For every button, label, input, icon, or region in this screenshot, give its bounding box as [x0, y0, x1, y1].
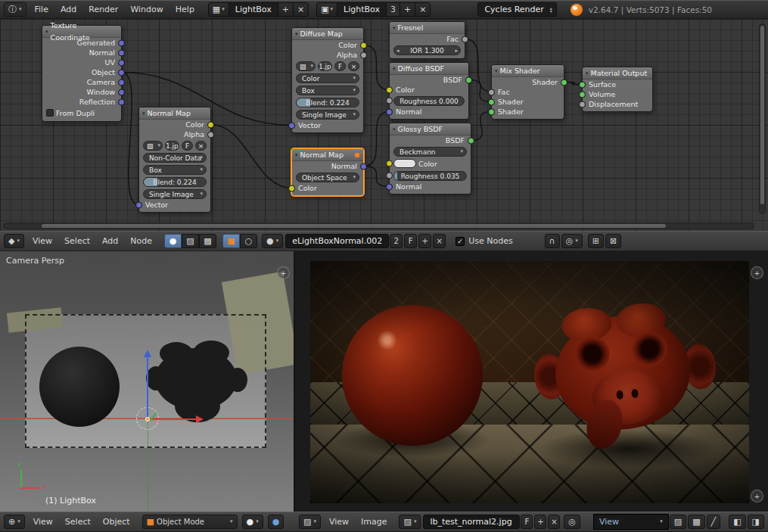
node-title[interactable]: ▾Diffuse BSDF — [390, 63, 468, 75]
paste-nodes-button[interactable]: ⊠ — [605, 234, 621, 248]
input-socket[interactable] — [386, 86, 393, 93]
collapse-icon[interactable]: ▾ — [586, 67, 589, 79]
fake-user-button[interactable]: F — [334, 61, 346, 71]
dropdown-single-image[interactable]: Single Image▾ — [143, 189, 207, 199]
unlink-material-button[interactable]: × — [433, 234, 446, 248]
slider-ior-1-300[interactable]: ◂▸IOR 1.300 — [393, 45, 461, 55]
menu-view[interactable]: View — [323, 517, 355, 527]
output-socket[interactable] — [118, 49, 125, 56]
collapse-icon[interactable]: ▾ — [295, 149, 298, 161]
image-name-field[interactable]: 1.jpg — [318, 61, 332, 71]
unlink-image-button[interactable]: × — [548, 515, 560, 529]
node-fresnel[interactable]: ▾FresnelFac◂▸IOR 1.300 — [389, 21, 465, 59]
menu-help[interactable]: Help — [169, 5, 201, 14]
viewport-shading-select[interactable]: ● ▾ — [242, 515, 263, 529]
node-editor-region[interactable]: ▾Texture CoordinateGeneratedNormalUVObje… — [0, 19, 768, 231]
texture-nodes-toggle[interactable]: ▨ — [182, 234, 199, 248]
mode-select[interactable]: ■ Object Mode ▾ — [142, 515, 238, 529]
pivot-select[interactable]: ● — [268, 515, 285, 529]
node-title[interactable]: ▾Normal Map — [292, 149, 363, 161]
node-editor-vscrollbar[interactable] — [759, 23, 766, 214]
collapse-icon[interactable]: ▾ — [142, 107, 145, 120]
compositing-nodes-toggle[interactable]: ▩ — [199, 234, 216, 248]
add-scene-button[interactable]: + — [400, 3, 415, 16]
menu-select[interactable]: Select — [59, 517, 97, 527]
image-name-field[interactable]: lb_test_normal2.jpg — [423, 515, 520, 529]
slider-blend-0-224[interactable]: Blend: 0.224 — [143, 177, 207, 187]
menu-view[interactable]: View — [27, 517, 59, 527]
node-diffuse-map[interactable]: ▾Diffuse MapColorAlpha▨▾1.jpgF×Color▾Box… — [291, 27, 364, 133]
node-title[interactable]: ▾Texture Coordinate — [42, 26, 121, 38]
fake-user-button[interactable]: F — [182, 141, 193, 151]
dropdown-single-image[interactable]: Single Image▾ — [296, 110, 359, 120]
input-socket[interactable] — [386, 160, 393, 167]
unlink-button[interactable]: × — [348, 61, 359, 71]
node-glossy-bsdf[interactable]: ▾Glossy BSDFBSDFBeckmann▾ColorRoughness … — [389, 123, 471, 194]
node-normal-map-image[interactable]: ▾Normal MapColorAlpha▨▾1.jpgF×Non-Color … — [138, 107, 211, 213]
region-plus-button[interactable]: + — [751, 490, 763, 502]
collapse-icon[interactable]: ▾ — [393, 22, 396, 34]
close-layout-button[interactable]: × — [293, 3, 308, 16]
menu-add[interactable]: Add — [96, 236, 124, 246]
image-name-field[interactable]: 1.jpg — [165, 141, 179, 151]
input-socket[interactable] — [288, 122, 295, 129]
node-diffuse-bsdf[interactable]: ▾Diffuse BSDFBSDFColorRoughness 0.000Nor… — [389, 62, 469, 120]
unlink-button[interactable]: × — [195, 141, 207, 151]
input-socket[interactable] — [579, 91, 586, 98]
mask-mode-button[interactable]: ▩ — [688, 515, 704, 529]
dropdown-beckmann[interactable]: Beckmann▾ — [393, 147, 467, 157]
output-socket[interactable] — [118, 98, 125, 105]
render-slot-a-button[interactable]: ◧ — [729, 515, 745, 529]
scrollbar-thumb[interactable] — [42, 224, 666, 228]
node-material-output[interactable]: ▾Material OutputSurfaceVolumeDisplacemen… — [582, 67, 653, 112]
scene-browse-button[interactable]: ▣ ▾ — [317, 3, 337, 16]
input-socket[interactable] — [579, 101, 586, 107]
region-plus-button[interactable]: + — [751, 266, 763, 279]
collapse-icon[interactable]: ▾ — [295, 28, 298, 40]
shader-nodes-toggle[interactable]: ● — [164, 234, 182, 248]
object-context-toggle[interactable]: ■ — [222, 234, 240, 248]
node-title[interactable]: ▾Fresnel — [390, 22, 465, 34]
slider-roughness-0-000[interactable]: Roughness 0.000 — [393, 96, 465, 106]
draw-channels-button[interactable]: ▨ — [670, 515, 686, 529]
material-user-count-button[interactable]: 2 — [390, 234, 403, 248]
scrollbar-thumb[interactable] — [760, 26, 764, 204]
input-socket[interactable] — [135, 201, 142, 208]
menu-object[interactable]: Object — [97, 517, 136, 527]
input-socket[interactable] — [386, 98, 393, 104]
image-editor-region[interactable]: + + — [295, 251, 768, 512]
input-socket[interactable] — [488, 108, 495, 115]
new-image-button[interactable]: + — [534, 515, 546, 529]
node-title[interactable]: ▾Normal Map — [139, 107, 210, 120]
node-normal-map[interactable]: ▾Normal MapNormalObject Space▾Color — [291, 148, 364, 196]
output-socket[interactable] — [360, 42, 367, 48]
copy-nodes-button[interactable]: ⊞ — [588, 234, 604, 248]
snap-mode-select[interactable]: ◎ ▾ — [561, 234, 583, 248]
snap-button[interactable]: ∩ — [545, 234, 560, 248]
menu-render[interactable]: Render — [82, 5, 124, 14]
output-socket[interactable] — [465, 76, 472, 83]
new-material-button[interactable]: + — [418, 234, 431, 248]
menu-image[interactable]: Image — [355, 517, 393, 527]
fake-user-button[interactable]: F — [404, 234, 417, 248]
node-title[interactable]: ▾Glossy BSDF — [390, 123, 471, 135]
collapse-icon[interactable]: ▾ — [495, 65, 498, 77]
input-socket[interactable] — [386, 183, 393, 190]
editor-type-button-info[interactable]: ⓘ ▾ — [4, 2, 26, 17]
editor-type-button-image[interactable]: ▨ ▾ — [299, 515, 321, 529]
color-swatch[interactable] — [393, 159, 416, 168]
screen-browse-button[interactable]: ▦ ▾ — [209, 3, 229, 16]
node-texture-coordinate[interactable]: ▾Texture CoordinateGeneratedNormalUVObje… — [42, 25, 122, 122]
menu-window[interactable]: Window — [124, 5, 169, 14]
image-browse-button[interactable]: ▨ ▾ — [399, 515, 421, 529]
input-socket[interactable] — [488, 89, 495, 95]
divide-button[interactable]: ╱ — [707, 515, 721, 529]
region-plus-button[interactable]: + — [277, 266, 290, 279]
output-socket[interactable] — [118, 89, 125, 95]
editor-type-button-3d[interactable]: ⊕ ▾ — [4, 515, 25, 529]
checkbox[interactable] — [46, 109, 54, 117]
viewport-3d-region[interactable]: y x Camera Persp (1) LightBox + — [0, 251, 295, 512]
view-dropdown[interactable]: View ▾ — [593, 514, 669, 530]
dropdown-non-color-data[interactable]: Non-Color Data▾ — [143, 153, 207, 163]
menu-add[interactable]: Add — [54, 5, 82, 14]
